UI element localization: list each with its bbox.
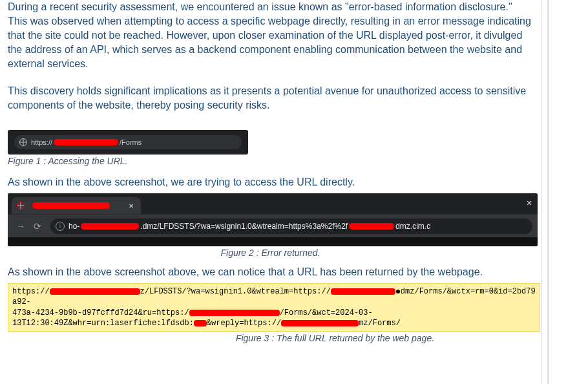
addr-suffix: dmz.cim.c: [395, 222, 430, 231]
paragraph-after-fig2: As shown in the above screenshot above, …: [8, 265, 533, 279]
document-body: During a recent security assessment, we …: [0, 0, 541, 384]
caption-figure-3: Figure 3 : The full URL returned by the …: [137, 333, 533, 344]
browser-address-bar[interactable]: i ho- .dmz/LFDSSTS/?wa=wsignin1.0&wtreal…: [50, 219, 532, 234]
caption-figure-1: Figure 1 : Accessing the URL.: [8, 156, 533, 167]
redaction-host: [54, 139, 118, 145]
f3-l3a: 13T12:30:49Z&whr=urn:laserfiche:lfdsdb:: [12, 319, 194, 328]
addr-mid: .dmz/LFDSSTS/?wa=wsignin1.0&wtrealm=http…: [140, 222, 348, 231]
redaction-d: [194, 320, 207, 326]
addr-prefix: ho-: [68, 222, 79, 231]
page-margin-gutter: [547, 0, 588, 384]
redaction-b: [331, 288, 395, 295]
browser-toolbar: → ⟳ i ho- .dmz/LFDSSTS/?wa=wsignin1.0&wt…: [8, 214, 538, 237]
caption-figure-2: Figure 2 : Error returned.: [8, 248, 533, 259]
gutter-divider: [548, 0, 549, 384]
paragraph-intro-1: During a recent security assessment, we …: [8, 0, 533, 71]
url-suffix: /Forms: [120, 138, 142, 146]
redaction-host-2: [81, 223, 139, 229]
browser-viewport-dark: [8, 237, 538, 246]
browser-tab[interactable]: ×: [12, 197, 141, 214]
f3-l3b: &wreply=https://: [207, 319, 281, 328]
redaction-a: [50, 288, 140, 295]
redaction-host-3: [349, 223, 394, 229]
url-scheme: https://: [31, 138, 52, 146]
figure-1-addressbar: https:// /Forms: [8, 130, 248, 155]
redaction-tab-title: [32, 202, 110, 209]
f3-l2a: 473a-4234-9b9b-d97fcffd7d24&ru=https:/: [12, 308, 189, 317]
forward-icon[interactable]: →: [13, 219, 28, 234]
figure-3-url-block: https://z/LFDSSTS/?wa=wsignin1.0&wtrealm…: [8, 283, 540, 332]
site-info-icon[interactable]: i: [56, 222, 65, 231]
close-window-icon[interactable]: ×: [525, 198, 534, 208]
f3-l3c: mz/Forms/: [359, 319, 401, 328]
browser-tab-strip: × ×: [8, 193, 538, 214]
figure-2-browser: × × → ⟳ i ho- .dmz/LFDSSTS/?wa=wsignin1.…: [8, 193, 538, 246]
favicon-icon: [17, 202, 25, 209]
f3-l1b: z/LFDSSTS/?wa=wsignin1.0&wtrealm=https:/…: [140, 287, 331, 296]
f3-l1a: https://: [12, 287, 50, 296]
ellipsis-dot: [396, 290, 400, 293]
paragraph-after-fig1: As shown in the above screenshot, we are…: [8, 175, 533, 189]
redaction-c: [189, 310, 280, 316]
redaction-e: [281, 320, 359, 326]
paragraph-intro-2: This discovery holds significant implica…: [8, 84, 533, 112]
globe-icon: [19, 138, 27, 146]
close-tab-icon[interactable]: ×: [127, 201, 136, 210]
figure-1-url-pill: https:// /Forms: [14, 135, 242, 149]
reload-icon[interactable]: ⟳: [30, 219, 45, 234]
f3-l2b: /Forms/&wct=2024-03-: [280, 308, 373, 317]
